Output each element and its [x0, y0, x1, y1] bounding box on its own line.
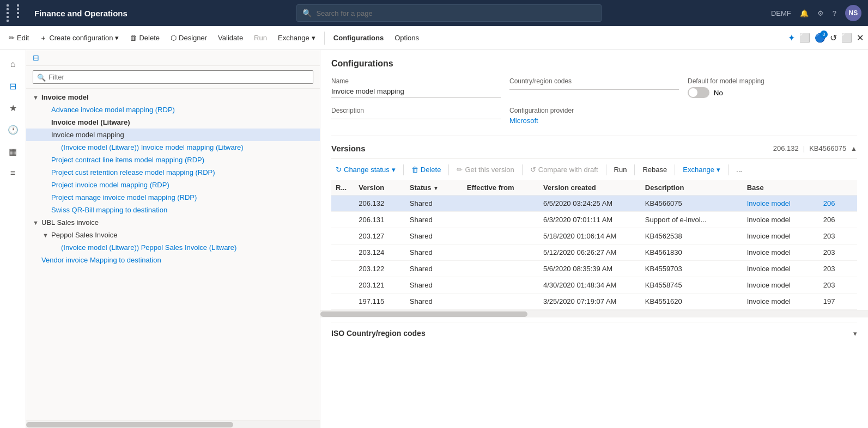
- tree-item[interactable]: Invoice model (Litware): [26, 116, 320, 129]
- cell-effective-from: [463, 261, 539, 277]
- restore-icon[interactable]: ⬜: [841, 33, 852, 43]
- options-button[interactable]: Options: [390, 32, 423, 44]
- tree-item[interactable]: Project manage invoice model mapping (RD…: [26, 191, 320, 204]
- badge-icon[interactable]: 🔵0: [815, 33, 825, 43]
- help-icon[interactable]: ?: [833, 9, 836, 17]
- close-icon[interactable]: ✕: [857, 33, 864, 43]
- table-icon[interactable]: ▦: [3, 142, 23, 161]
- tree-item[interactable]: ▼UBL Sales invoice: [26, 216, 320, 229]
- col-header-effective-from: Effective from: [463, 180, 539, 195]
- tree-item[interactable]: Invoice model mapping: [26, 129, 320, 141]
- versions-delete-button[interactable]: 🗑 Delete: [407, 163, 446, 176]
- user-avatar[interactable]: NS: [845, 5, 861, 21]
- tree-toggle-icon[interactable]: ▼: [33, 94, 39, 101]
- config-fields: Name Invoice model mapping Country/regio…: [331, 77, 857, 136]
- table-row[interactable]: 206.132 Shared 6/5/2020 03:24:25 AM KB45…: [331, 195, 857, 212]
- tree-toggle-icon[interactable]: ▼: [33, 219, 39, 226]
- filter-icon[interactable]: ⊟: [3, 76, 23, 96]
- status-filter-icon[interactable]: ▼: [433, 185, 439, 191]
- edit-button[interactable]: ✏ Edit: [4, 32, 33, 44]
- designer-button[interactable]: ⬡ Designer: [166, 32, 211, 44]
- versions-title: Versions: [331, 144, 366, 153]
- table-row[interactable]: 197.115 Shared 3/25/2020 07:19:07 AM KB4…: [331, 294, 857, 310]
- cell-r: [331, 212, 354, 228]
- exchange-dropdown-icon: ▾: [717, 166, 720, 174]
- configurations-button[interactable]: Configurations: [329, 32, 388, 44]
- tree-item-label[interactable]: Swiss QR-Bill mapping to destination: [51, 206, 167, 214]
- delete-button[interactable]: 🗑 Delete: [125, 32, 164, 44]
- cell-r: [331, 244, 354, 261]
- compare-draft-button[interactable]: ↺ Compare with draft: [526, 163, 603, 176]
- tree-item-label[interactable]: Project manage invoice model mapping (RD…: [51, 193, 197, 201]
- default-mapping-toggle[interactable]: [688, 87, 709, 98]
- user-env: DEMF: [771, 9, 791, 17]
- table-row[interactable]: 203.121 Shared 4/30/2020 01:48:34 AM KB4…: [331, 277, 857, 294]
- settings-icon[interactable]: ⚙: [817, 9, 824, 17]
- cell-base: Invoice model: [743, 261, 819, 277]
- validate-button[interactable]: Validate: [214, 32, 247, 44]
- tree-item[interactable]: ▼Invoice model: [26, 91, 320, 103]
- cell-version-created: 5/18/2020 01:06:14 AM: [539, 228, 641, 244]
- refresh-icon[interactable]: ↺: [830, 33, 837, 43]
- versions-run-button[interactable]: Run: [610, 163, 632, 176]
- exchange-button[interactable]: Exchange ▾: [274, 32, 320, 44]
- rebase-button[interactable]: Rebase: [638, 163, 671, 176]
- versions-horizontal-scrollbar[interactable]: [320, 310, 868, 317]
- cell-description: Support of e-invoi...: [641, 212, 743, 228]
- create-config-button[interactable]: ＋ Create configuration ▾: [35, 31, 123, 45]
- tree-filter-input[interactable]: [33, 70, 313, 84]
- search-input[interactable]: [316, 9, 596, 17]
- favorites-icon[interactable]: ★: [3, 98, 23, 118]
- table-row[interactable]: 203.127 Shared 5/18/2020 01:06:14 AM KB4…: [331, 228, 857, 244]
- tree-item-label[interactable]: Vendor invoice Mapping to destination: [41, 256, 161, 264]
- run-button[interactable]: Run: [250, 32, 271, 44]
- tree-item[interactable]: (Invoice model (Litware)) Invoice model …: [26, 141, 320, 154]
- tree-item[interactable]: Swiss QR-Bill mapping to destination: [26, 204, 320, 216]
- recent-icon[interactable]: 🕐: [3, 120, 23, 139]
- tree-toggle-icon[interactable]: ▼: [43, 232, 49, 239]
- tree-item[interactable]: Advance invoice model mapping (RDP): [26, 103, 320, 116]
- country-value: [509, 87, 679, 90]
- iso-header[interactable]: ISO Country/region codes ▾: [331, 322, 857, 344]
- table-row[interactable]: 203.124 Shared 5/12/2020 06:26:27 AM KB4…: [331, 244, 857, 261]
- base-num-link[interactable]: 206: [823, 199, 835, 207]
- tree-item[interactable]: Vendor invoice Mapping to destination: [26, 254, 320, 266]
- notification-icon[interactable]: 🔔: [800, 9, 809, 17]
- tree-item-label[interactable]: Project contract line items model mappin…: [51, 156, 204, 164]
- tree-item-label[interactable]: (Invoice model (Litware)) Peppol Sales I…: [61, 243, 236, 252]
- get-this-version-button[interactable]: ✏ Get this version: [452, 163, 518, 176]
- tree-horizontal-scrollbar[interactable]: [26, 420, 320, 428]
- change-status-button[interactable]: ↻ Change status ▾: [331, 163, 400, 176]
- search-bar[interactable]: 🔍: [296, 4, 602, 22]
- versions-exchange-button[interactable]: Exchange ▾: [678, 163, 725, 176]
- list-icon[interactable]: ≡: [3, 163, 23, 183]
- versions-section: Versions 206.132 | KB4566075 ▲ ↻ Change …: [320, 136, 868, 317]
- versions-collapse-icon[interactable]: ▲: [851, 145, 857, 152]
- app-menu-icon[interactable]: [7, 4, 26, 22]
- versions-meta-version: 206.132: [773, 144, 799, 152]
- table-row[interactable]: 206.131 Shared 6/3/2020 07:01:11 AM Supp…: [331, 212, 857, 228]
- cell-base: Invoice model: [743, 294, 819, 310]
- top-nav-right: DEMF 🔔 ⚙ ? NS: [771, 5, 861, 21]
- provider-value[interactable]: Microsoft: [509, 117, 679, 127]
- tree-item[interactable]: Project contract line items model mappin…: [26, 154, 320, 166]
- table-row[interactable]: 203.122 Shared 5/6/2020 08:35:39 AM KB45…: [331, 261, 857, 277]
- tree-item-label[interactable]: Project cust retention release model map…: [51, 168, 215, 176]
- home-icon[interactable]: ⌂: [3, 54, 23, 74]
- tree-item-label[interactable]: Advance invoice model mapping (RDP): [51, 106, 175, 114]
- tree-item-label[interactable]: (Invoice model (Litware)) Invoice model …: [61, 143, 244, 151]
- panel-icon[interactable]: ⬜: [799, 33, 810, 43]
- more-button[interactable]: ...: [732, 163, 746, 176]
- iso-section: ISO Country/region codes ▾: [320, 322, 868, 344]
- tree-item-label[interactable]: Project invoice model mapping (RDP): [51, 181, 169, 189]
- tree-item[interactable]: Project cust retention release model map…: [26, 166, 320, 179]
- base-link[interactable]: Invoice model: [747, 199, 791, 207]
- cell-status: Shared: [405, 277, 463, 294]
- tree-filter-icon[interactable]: ⊟: [33, 53, 39, 62]
- tree-item[interactable]: (Invoice model (Litware)) Peppol Sales I…: [26, 241, 320, 254]
- tree-item[interactable]: ▼Peppol Sales Invoice: [26, 229, 320, 241]
- edit-icon: ✏: [9, 34, 15, 42]
- tree-item[interactable]: Project invoice model mapping (RDP): [26, 179, 320, 191]
- change-status-icon: ↻: [336, 166, 342, 174]
- sparkle-icon[interactable]: ✦: [788, 33, 795, 43]
